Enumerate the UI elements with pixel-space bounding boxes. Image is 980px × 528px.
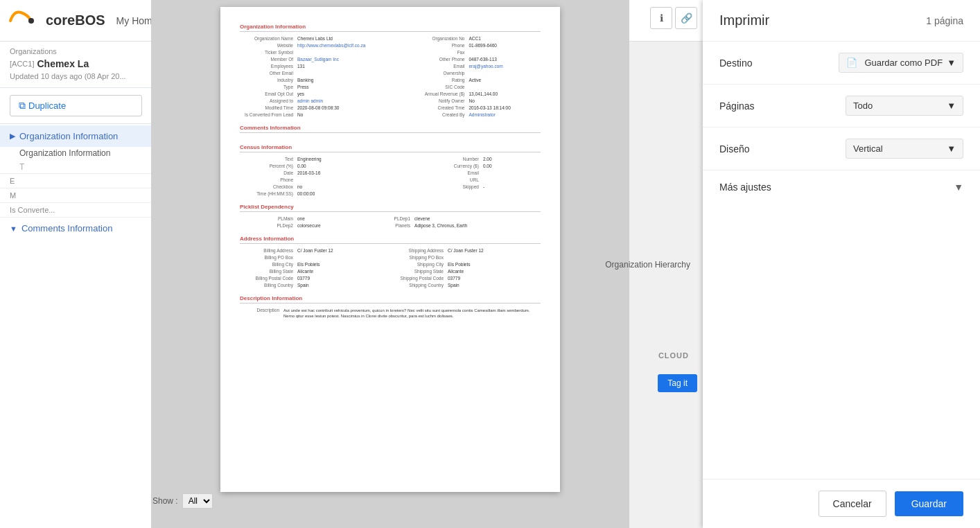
save-button[interactable]: Guardar bbox=[895, 491, 963, 516]
print-pages-row: Páginas Todo ▼ bbox=[703, 85, 980, 127]
table-row: Other Email Ownership bbox=[240, 69, 541, 76]
print-census-title: Census Information bbox=[240, 144, 541, 152]
print-design-control[interactable]: Vertical ▼ bbox=[846, 139, 963, 159]
info-icon-button[interactable]: ℹ bbox=[650, 7, 672, 29]
print-website-label: Website bbox=[240, 42, 295, 49]
table-row: Modified Time 2020-08-08 09:08:30 Create… bbox=[240, 104, 541, 111]
sidebar-divider-2 bbox=[0, 123, 152, 124]
print-footer: Cancelar Guardar bbox=[703, 479, 980, 528]
print-phone-label: Phone bbox=[411, 42, 466, 49]
print-design-label: Diseño bbox=[719, 143, 750, 155]
table-row: Billing City Els Poblets Shipping City E… bbox=[240, 261, 541, 267]
table-row: Email Opt Out yes Annual Revenue ($) 13,… bbox=[240, 90, 541, 97]
print-org-table: Organization Name Chemex Labs Ltd Organi… bbox=[240, 35, 541, 118]
table-row: PLMain one PLDep1 clevene bbox=[240, 215, 541, 222]
print-created-by-label: Created By bbox=[411, 111, 466, 118]
table-row: Billing State Alicante Shipping State Al… bbox=[240, 267, 541, 274]
print-ownership-label: Ownership bbox=[411, 69, 466, 76]
print-industry-label: Industry bbox=[240, 76, 295, 83]
sidebar-updated: Updated 10 days ago (08 Apr 20... bbox=[0, 71, 152, 86]
print-created-label: Created Time bbox=[411, 104, 466, 111]
table-row: Organization Name Chemex Labs Ltd Organi… bbox=[240, 35, 541, 42]
print-comments-title: Comments Information bbox=[240, 125, 541, 133]
print-annual-rev-label: Annual Revenue ($) bbox=[411, 90, 466, 97]
duplicate-label: Duplicate bbox=[28, 100, 66, 111]
breadcrumb-acc: [ACC1] bbox=[10, 60, 34, 68]
print-converted-value: No bbox=[295, 111, 411, 118]
print-org-name-value: Chemex Labs Ltd bbox=[295, 35, 411, 42]
print-address-title: Address Information bbox=[240, 236, 541, 244]
sidebar-comments-arrow: ▼ bbox=[10, 225, 17, 233]
print-other-email-label: Other Email bbox=[240, 69, 295, 76]
print-dest-row: Destino 📄 Guardar como PDF ▼ bbox=[703, 42, 980, 85]
sidebar-sub-org[interactable]: Organization Information bbox=[0, 147, 152, 159]
tag-it-button[interactable]: Tag it bbox=[658, 374, 697, 392]
print-address-table: Billing Address C/ Joan Fuster 12 Shippi… bbox=[240, 247, 541, 288]
info-icon: ℹ bbox=[660, 12, 663, 24]
table-row: Phone URL bbox=[240, 176, 541, 183]
print-email-value: eraj@yahoo.com bbox=[466, 62, 541, 69]
table-row: Assigned to admin admin Notify Owner No bbox=[240, 97, 541, 104]
tag-it-btn-label[interactable]: Tag it bbox=[658, 374, 697, 392]
print-email-opt-value: yes bbox=[295, 90, 411, 97]
show-comments-row: Show : All bbox=[152, 493, 213, 509]
table-row: Description Aut unde est hac contribuit … bbox=[240, 306, 541, 320]
pages-chevron-down-icon: ▼ bbox=[947, 100, 956, 111]
print-employees-label: Employees bbox=[240, 62, 295, 69]
table-row: Time (HH:MM:SS) 00:00:00 bbox=[240, 190, 541, 197]
table-row: Type Press SIC Code bbox=[240, 83, 541, 90]
sidebar-comments[interactable]: ▼ Comments Information bbox=[0, 218, 152, 239]
print-rating-value: Active bbox=[466, 76, 541, 83]
print-phone-value: 01-8699-6460 bbox=[466, 42, 541, 49]
app-title: coreBOS bbox=[46, 12, 105, 28]
print-settings-header: Imprimir 1 página bbox=[703, 0, 980, 42]
print-page: Organization Information Organization Na… bbox=[220, 7, 560, 492]
sidebar-is-converted: Is Converte... bbox=[0, 203, 152, 217]
link-icon-button[interactable]: 🔗 bbox=[675, 7, 697, 29]
sidebar-org-email: E bbox=[0, 174, 152, 188]
print-other-phone-value: 0487-638-113 bbox=[466, 55, 541, 62]
show-label: Show : bbox=[152, 496, 178, 506]
print-more-settings[interactable]: Más ajustes ▼ bbox=[703, 170, 980, 204]
table-row: Date 2016-03-16 Email bbox=[240, 169, 541, 176]
duplicate-button[interactable]: ⧉ Duplicate bbox=[10, 95, 142, 116]
print-org-name-label: Organization Name bbox=[240, 35, 295, 42]
print-employees-value: 131 bbox=[295, 62, 411, 69]
table-row: Employees 131 Email eraj@yahoo.com bbox=[240, 62, 541, 69]
print-design-row: Diseño Vertical ▼ bbox=[703, 127, 980, 170]
table-row: Billing Postal Code 03779 Shipping Posta… bbox=[240, 274, 541, 281]
print-picklist-title: Picklist Dependency bbox=[240, 204, 541, 212]
print-settings-panel: Imprimir 1 página Destino 📄 Guardar como… bbox=[703, 0, 980, 528]
show-comments-select[interactable]: All bbox=[182, 493, 213, 509]
print-description-table: Description Aut unde est hac contribuit … bbox=[240, 306, 541, 320]
print-more-label: Más ajustes bbox=[719, 182, 771, 193]
table-row: Billing Address C/ Joan Fuster 12 Shippi… bbox=[240, 247, 541, 254]
print-modified-value: 2020-08-08 09:08:30 bbox=[295, 104, 411, 111]
print-assigned-value: admin admin bbox=[295, 97, 411, 104]
print-pages-control[interactable]: Todo ▼ bbox=[846, 96, 963, 116]
print-created-by-value: Administrator bbox=[466, 111, 541, 118]
cancel-button[interactable]: Cancelar bbox=[819, 491, 886, 517]
breadcrumb-org: Organizations bbox=[10, 47, 57, 55]
sidebar-divider-1 bbox=[0, 87, 152, 88]
cloud-label: CLOUD bbox=[658, 351, 689, 360]
sidebar-tab-org-info[interactable]: ▶ Organization Information bbox=[0, 125, 152, 147]
print-dest-control[interactable]: 📄 Guardar como PDF ▼ bbox=[839, 53, 963, 73]
print-pages-label: Páginas bbox=[719, 100, 755, 112]
design-chevron-down-icon: ▼ bbox=[947, 143, 956, 154]
print-design-value: Vertical bbox=[853, 143, 883, 154]
print-pages-value: Todo bbox=[853, 100, 873, 111]
print-notify-label: Notify Owner bbox=[411, 97, 466, 104]
print-other-phone-label: Other Phone bbox=[411, 55, 466, 62]
logo-icon bbox=[7, 7, 35, 35]
print-annual-rev-value: 13,041,144.00 bbox=[466, 90, 541, 97]
print-org-info-title: Organization Information bbox=[240, 24, 541, 32]
print-dest-value: Guardar como PDF bbox=[864, 58, 943, 68]
print-ticker-label: Ticker Symbol bbox=[240, 49, 295, 55]
table-row: Billing PO Box Shipping PO Box bbox=[240, 254, 541, 261]
print-org-no-value: ACC1 bbox=[466, 35, 541, 42]
svg-point-0 bbox=[28, 18, 34, 24]
duplicate-icon: ⧉ bbox=[19, 100, 26, 112]
table-row: Text Engineering Number 2.00 bbox=[240, 155, 541, 162]
print-title: Imprimir bbox=[719, 12, 769, 28]
